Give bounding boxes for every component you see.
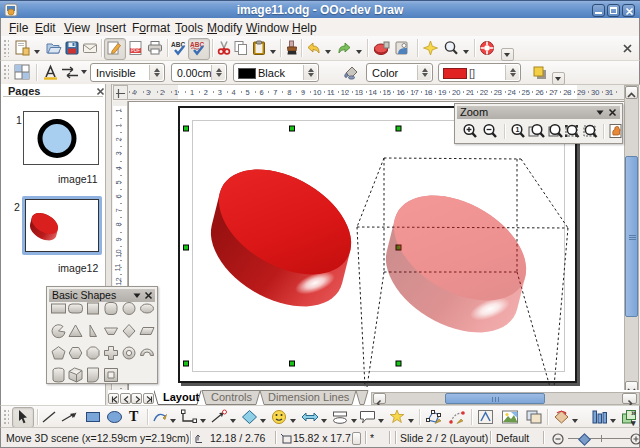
svg-text:1: 1 [515,126,519,133]
svg-text:PDF: PDF [131,48,140,53]
svg-text:Controls: Controls [211,391,252,403]
svg-text:Layout: Layout [163,391,199,403]
svg-text:Dimension Lines: Dimension Lines [268,391,350,403]
